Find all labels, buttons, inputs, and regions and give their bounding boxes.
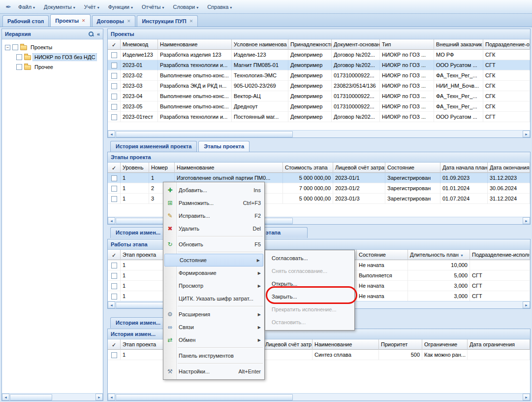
column-header[interactable]: Состояние [357,250,408,260]
menu-functions[interactable]: Функции▾ [104,1,137,12]
menu-file[interactable]: Файл▾ [14,1,39,12]
menu-item-duplicate[interactable]: ⊞Размножить...Ctrl+F3 [163,197,264,209]
scroll-left-button[interactable]: ◄ [108,217,115,224]
menu-item-toolbar[interactable]: Панель инструментов [163,349,264,362]
scroll-thumb[interactable] [116,131,293,137]
menu-dictionaries[interactable]: Словари▾ [168,1,203,12]
row-checkbox[interactable] [111,114,117,120]
menu-item-delete[interactable]: ✖УдалитьDel [163,222,264,235]
check-column-header[interactable]: ✓ [108,163,121,173]
tab-stage-history[interactable]: История измен... [110,227,165,238]
column-header[interactable]: Этап проекта [121,250,164,260]
collapse-node-icon[interactable]: − [5,45,10,50]
tab-desktop[interactable]: Рабочий стол [2,15,49,27]
menu-item-settings[interactable]: ⚒Настройки...Alt+Enter [163,365,264,378]
tree-checkbox[interactable] [16,64,22,70]
menu-item-state[interactable]: Состояние▶ [164,254,263,267]
scroll-left-button[interactable]: ◄ [108,394,115,401]
column-header[interactable]: Этап проекта [121,339,165,350]
check-column-header[interactable]: ✓ [108,250,121,260]
row-checkbox[interactable] [111,73,117,79]
tree-checkbox[interactable] [16,54,22,60]
row-checkbox[interactable] [111,186,117,192]
tab-project-history[interactable]: История изменений проекта [110,141,197,152]
submenu-item-close[interactable]: Закрыть... [265,290,354,303]
collapse-sidebar-button[interactable]: « [97,29,100,39]
horizontal-scrollbar[interactable]: ◄ ► [108,130,530,137]
menu-item-links[interactable]: ∞Связи▶ [163,321,264,334]
tab-project-stages[interactable]: Этапы проекта [198,141,250,152]
column-header[interactable]: Ограничение [422,339,468,350]
menu-item-view[interactable]: Просмотр▶ [163,279,264,292]
scroll-thumb[interactable] [116,394,293,401]
tab-contracts[interactable]: Договоры✕ [92,15,136,27]
column-header[interactable]: Наименование [313,339,379,350]
menu-item-citk-cost-code[interactable]: ЦИТК. Указать шифр затрат... [163,292,264,305]
scroll-right-button[interactable]: ► [523,302,530,308]
menu-documents[interactable]: Документы▾ [39,1,80,12]
sidebar-horizontal-scrollbar[interactable]: ◄ ► [2,393,103,401]
column-header[interactable]: Подразделение-от [483,39,530,50]
close-icon[interactable]: ✕ [127,19,131,24]
column-header[interactable]: Условное наименова [232,39,288,50]
close-icon[interactable]: ✕ [82,18,86,23]
scroll-right-button[interactable]: ► [523,394,530,401]
column-header[interactable]: Стоимость этапа [283,163,333,173]
column-header[interactable]: Приоритет [379,339,422,350]
column-header[interactable]: Подразделение-исполн [470,250,530,260]
find-icon[interactable] [88,31,94,37]
column-header[interactable]: Дата ограничения [468,339,530,350]
check-column-header[interactable]: ✓ [108,339,121,350]
row-checkbox[interactable] [111,52,117,58]
row-checkbox[interactable] [111,104,117,110]
column-header[interactable]: Дата окончания п [488,163,530,173]
row-checkbox[interactable] [111,294,117,300]
menu-accounting[interactable]: Учёт▾ [80,1,104,12]
submenu-item-approve[interactable]: Согласовать... [265,252,354,265]
column-header[interactable]: Тип [380,39,434,50]
row-checkbox[interactable] [111,175,117,181]
row-checkbox[interactable] [111,273,117,279]
row-checkbox[interactable] [111,83,117,89]
tree-item-niokr[interactable]: НИОКР по ГОЗ без НДС [3,52,101,62]
scroll-left-button[interactable]: ◄ [2,394,9,401]
tab-projects[interactable]: Проекты✕ [50,14,90,27]
column-header[interactable]: Мнемокод [121,39,158,50]
check-column-header[interactable]: ✓ [108,39,121,50]
row-checkbox[interactable] [111,196,117,202]
table-row[interactable]: 2023-02Выполнение опытно-конс...Технолог… [108,70,530,81]
menu-item-refresh[interactable]: ↻ОбновитьF5 [163,238,264,251]
tree-item-projects[interactable]: − Проекты [3,42,101,52]
submenu-item-open[interactable]: Открыть... [265,277,354,290]
column-header[interactable]: Лицевой счёт затр [263,339,313,350]
row-checkbox[interactable] [111,352,117,358]
scroll-left-button[interactable]: ◄ [108,131,115,137]
column-header[interactable]: Уровень [121,163,149,173]
scroll-thumb[interactable] [10,394,52,401]
table-row[interactable]: 2023-04Выполнение опытно-конс...Вектор-А… [108,91,530,101]
column-header[interactable]: Наименование [158,39,232,50]
scroll-left-button[interactable]: ◄ [108,302,115,308]
column-header[interactable]: Принадлежность [288,39,332,50]
row-checkbox[interactable] [111,94,117,100]
column-header[interactable]: Лицевой счёт затрат [333,163,385,173]
menu-item-extensions[interactable]: ⚙Расширения▶ [163,308,264,321]
horizontal-scrollbar[interactable]: ◄ ► [108,393,530,401]
tab-work-history[interactable]: История измен... [110,317,165,328]
scroll-right-button[interactable]: ► [95,394,103,401]
menu-item-formation[interactable]: Формирование▶ [163,267,264,279]
menu-reports[interactable]: Отчёты▾ [137,1,168,12]
column-header[interactable]: Длительность план▼ [408,250,470,260]
tab-instructions[interactable]: Инструкции ПУП✕ [137,15,198,27]
menu-item-edit[interactable]: ✎Исправить...F2 [163,209,264,222]
table-row[interactable]: Изделие123Разработка изделия 123Изделие-… [108,50,530,60]
column-header[interactable]: Состояние [385,163,440,173]
menu-help[interactable]: Справка▾ [203,1,236,12]
column-header[interactable]: Внешний заказчик [434,39,483,50]
column-header[interactable]: Дата начала план [440,163,488,173]
row-checkbox[interactable] [111,263,117,268]
row-checkbox[interactable] [111,283,117,289]
column-header[interactable]: Номер [149,163,175,173]
menu-item-add[interactable]: ✚Добавить...Ins [163,184,264,197]
table-row[interactable]: 2023-01тестРазработка технологии и...Пос… [108,112,530,122]
